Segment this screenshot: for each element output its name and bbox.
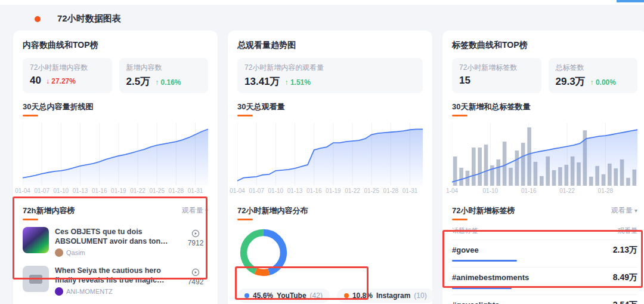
col-tag-label: 话题标签 bbox=[452, 226, 478, 235]
chart-subtitle: 30天新增和总标签数量 bbox=[452, 102, 637, 112]
x-tick-label: 01-19 bbox=[111, 188, 126, 194]
chevron-down-icon: ▾ bbox=[634, 207, 637, 214]
distribution-subtitle: 72小时新增内容分布 bbox=[237, 205, 423, 216]
youtube-dot-icon bbox=[244, 293, 249, 298]
x-axis-labels: 01-0401-0701-1001-1301-1601-1901-2201-25… bbox=[23, 188, 208, 196]
panel-content-stats: 内容数曲线和TOP榜 72小时新增内容数 40 ↓ 27.27% 新增内容数 2… bbox=[13, 30, 218, 304]
content-list-item[interactable]: ••• When Seiya the cautious hero finally… bbox=[23, 266, 208, 296]
legend-item-youtube[interactable]: 45.6% YouTube (42) bbox=[237, 288, 330, 303]
ellipsis-icon: ••• bbox=[29, 275, 42, 284]
views-line-chart bbox=[237, 121, 423, 186]
list-title: 72小时新增标签榜 bbox=[452, 205, 515, 216]
avatar bbox=[55, 287, 63, 296]
panel-views-trend: 总观看量趋势图 72小时新增内容的观看量 13.41万 ↑ 1.51% 30天总… bbox=[228, 30, 432, 304]
stat-value: 40 bbox=[30, 75, 41, 87]
x-axis-labels: 01-0401-0701-1001-1301-1601-1901-2201-25… bbox=[237, 188, 423, 196]
stat-total-tags: 总标签数 29.3万 ↑ 0.00% bbox=[549, 58, 638, 93]
top-right-button-fragment[interactable] bbox=[617, 0, 644, 2]
stat-value: 2.5万 bbox=[126, 75, 151, 88]
stat-value: 15 bbox=[459, 75, 470, 87]
stat-new-content-total: 新增内容数 2.5万 ↑ 0.16% bbox=[119, 58, 209, 93]
tag-name: #govee bbox=[452, 245, 479, 254]
page-title: 72小时数据图表 bbox=[57, 13, 121, 24]
tag-row[interactable]: #goveelights 2.54万 bbox=[452, 295, 637, 304]
x-tick-label: 01-31 bbox=[402, 188, 418, 194]
stat-value: 13.41万 bbox=[244, 75, 280, 88]
donut-legend: 45.6% YouTube (42) 10.8% Instagram (10) … bbox=[237, 288, 423, 304]
sort-dropdown[interactable]: 观看量 ▾ bbox=[182, 205, 208, 216]
view-count: 7912 bbox=[188, 239, 204, 247]
play-count-icon bbox=[191, 229, 200, 238]
content-line-chart bbox=[23, 121, 208, 186]
stat-delta-down: ↓ 27.27% bbox=[46, 77, 76, 85]
chart-subtitle: 30天总内容量折线图 bbox=[23, 102, 208, 112]
tag-views: 2.54万 bbox=[613, 300, 637, 304]
x-tick-label: 01-31 bbox=[188, 188, 203, 194]
orange-underline bbox=[23, 115, 38, 116]
author-name: Qasim bbox=[66, 249, 85, 256]
play-count-icon bbox=[191, 268, 200, 277]
video-title: Ces OBJETS que tu dois ABSOLUMENT avoir … bbox=[55, 227, 181, 246]
legend-item-instagram[interactable]: 10.8% Instagram (10) bbox=[337, 288, 434, 303]
x-tick-label: 01-28 bbox=[383, 188, 399, 194]
top-bar bbox=[0, 0, 644, 5]
tag-name: #goveelights bbox=[452, 300, 499, 304]
orange-underline bbox=[237, 115, 253, 116]
author-name: ANI-MOMENTZ bbox=[66, 288, 113, 295]
tag-table-header: 话题标签 观看量 bbox=[452, 226, 637, 240]
x-tick-label: 01-28 bbox=[169, 188, 184, 194]
panel-tag-stats: 标签数曲线和TOP榜 72小时新增标签数 15 总标签数 29.3万 ↑ 0.0… bbox=[442, 30, 644, 304]
x-tick-label: 01-22 bbox=[345, 188, 360, 194]
avatar bbox=[55, 248, 63, 257]
x-tick-label: 01-04 bbox=[15, 188, 30, 194]
x-tick-label: 01-28 bbox=[598, 188, 614, 194]
x-tick-label: 01-04 bbox=[230, 188, 245, 194]
stat-delta-up: ↑ 1.51% bbox=[285, 78, 311, 87]
chevron-down-icon: ▾ bbox=[205, 207, 208, 214]
x-tick-label: 01-16 bbox=[521, 188, 537, 194]
x-tick-label: 01-16 bbox=[92, 188, 107, 194]
x-tick-label: 01-16 bbox=[306, 188, 322, 194]
tag-progress-bar bbox=[452, 260, 517, 262]
stat-new-content-72h: 72小时新增内容数 40 ↓ 27.27% bbox=[23, 58, 112, 93]
tag-row[interactable]: #govee 2.13万 bbox=[452, 240, 637, 268]
chart-subtitle: 30天总观看量 bbox=[237, 102, 423, 112]
x-tick-label: 01-10 bbox=[483, 188, 499, 194]
video-title: When Seiya the cautious hero finally rev… bbox=[55, 266, 181, 285]
orange-underline bbox=[237, 219, 253, 220]
view-count: 7492 bbox=[188, 278, 204, 286]
video-thumbnail-placeholder: ••• bbox=[23, 266, 49, 292]
video-thumbnail bbox=[23, 227, 49, 253]
col-views-label: 观看量 bbox=[618, 226, 637, 235]
x-tick-label: 01-22 bbox=[130, 188, 145, 194]
x-axis-labels: 1-0401-1001-1601-2201-28 bbox=[452, 188, 637, 196]
stat-delta-up: ↑ 0.16% bbox=[155, 78, 181, 87]
tag-row[interactable]: #animebestmoments 8.49万 bbox=[452, 268, 637, 295]
sort-dropdown[interactable]: 观看量 ▾ bbox=[611, 205, 637, 216]
tag-name: #animebestmoments bbox=[452, 273, 529, 282]
stat-new-tags-72h: 72小时新增标签数 15 bbox=[452, 58, 541, 93]
x-tick-label: 01-22 bbox=[559, 188, 575, 194]
orange-underline bbox=[452, 219, 467, 220]
panel-title: 总观看量趋势图 bbox=[237, 40, 423, 51]
x-tick-label: 01-25 bbox=[149, 188, 165, 194]
x-tick-label: 01-13 bbox=[73, 188, 88, 194]
tag-progress-bar bbox=[452, 287, 512, 289]
stat-value: 29.3万 bbox=[556, 75, 586, 88]
x-tick-label: 01-07 bbox=[249, 188, 264, 194]
panel-title: 标签数曲线和TOP榜 bbox=[452, 40, 637, 51]
x-tick-label: 01-10 bbox=[54, 188, 69, 194]
stat-delta-up: ↑ 0.00% bbox=[590, 78, 616, 87]
stat-views-72h: 72小时新增内容的观看量 13.41万 ↑ 1.51% bbox=[237, 58, 423, 93]
tag-views: 8.49万 bbox=[613, 272, 637, 283]
instagram-dot-icon bbox=[344, 293, 349, 298]
content-list-item[interactable]: Ces OBJETS que tu dois ABSOLUMENT avoir … bbox=[23, 227, 208, 257]
x-tick-label: 01-25 bbox=[364, 188, 379, 194]
platform-donut-chart bbox=[237, 226, 290, 279]
tags-bar-line-chart bbox=[452, 121, 637, 186]
x-tick-label: 1-04 bbox=[446, 188, 458, 194]
section-header: 72小时数据图表 bbox=[0, 5, 644, 30]
x-tick-label: 01-07 bbox=[34, 188, 49, 194]
x-tick-label: 01-10 bbox=[268, 188, 284, 194]
panel-title: 内容数曲线和TOP榜 bbox=[23, 40, 208, 51]
